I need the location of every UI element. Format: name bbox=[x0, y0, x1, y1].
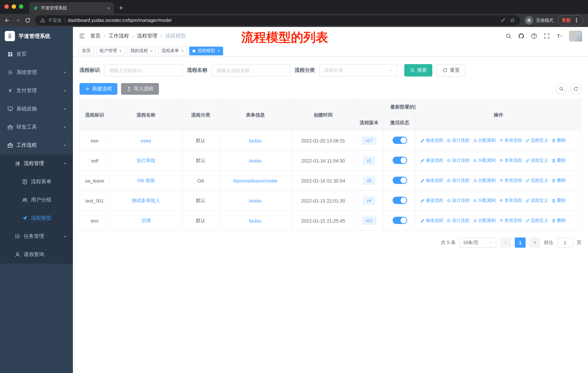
form-info-link[interactable]: biubiu bbox=[249, 138, 262, 143]
sidebar-item-workflow[interactable]: 工作流程 bbox=[0, 136, 73, 154]
design-process-link[interactable]: 设计流程 bbox=[447, 198, 470, 204]
delete-process-link[interactable]: 删除 bbox=[552, 218, 566, 224]
page-size-select[interactable]: 10条/页 bbox=[459, 238, 496, 248]
sidebar-item-home[interactable]: 首页 bbox=[0, 45, 73, 63]
help-icon[interactable] bbox=[531, 33, 537, 39]
fullscreen-icon[interactable] bbox=[544, 33, 550, 39]
sidebar-item-process-model[interactable]: 流程模型 bbox=[0, 209, 73, 227]
zoom-window-button[interactable] bbox=[19, 4, 23, 9]
sidebar-collapse-icon[interactable] bbox=[79, 33, 85, 39]
close-window-button[interactable] bbox=[4, 4, 9, 9]
view-tag[interactable]: 流程表单× bbox=[158, 46, 187, 55]
tag-close-icon[interactable]: × bbox=[150, 49, 153, 53]
process-name-link[interactable]: 滔博 bbox=[141, 218, 151, 223]
process-name-link[interactable]: 测试多审批人 bbox=[132, 198, 160, 203]
design-process-link[interactable]: 设计流程 bbox=[447, 158, 470, 164]
publish-process-link[interactable]: 发布流程 bbox=[499, 218, 522, 224]
sidebar-item-payment-management[interactable]: 支付管理 bbox=[0, 81, 73, 100]
modify-process-link[interactable]: 修改流程 bbox=[420, 178, 443, 184]
page-1-button[interactable]: 1 bbox=[515, 238, 526, 248]
avatar[interactable] bbox=[569, 30, 582, 41]
sidebar-item-process-form[interactable]: 流程表单 bbox=[0, 173, 73, 191]
password-key-icon[interactable] bbox=[501, 18, 506, 23]
sidebar-item-dev-tools[interactable]: 研发工具 bbox=[0, 118, 73, 136]
new-tab-button[interactable]: + bbox=[116, 3, 126, 13]
address-bar[interactable]: 不安全 dashboard.yudao.iocoder.cn/bpm/manag… bbox=[35, 15, 520, 26]
process-name-link[interactable]: 自己审批 bbox=[136, 158, 156, 163]
import-process-button[interactable]: 导入流程 bbox=[121, 83, 159, 95]
form-info-link[interactable]: biubiu bbox=[249, 158, 262, 163]
browser-menu-icon[interactable]: ⋮ bbox=[574, 17, 580, 24]
reload-icon[interactable] bbox=[25, 18, 31, 23]
breadcrumb-item[interactable]: 工作流程 bbox=[109, 33, 129, 39]
definition-process-link[interactable]: 流程定义 bbox=[525, 198, 548, 204]
active-toggle[interactable] bbox=[392, 217, 407, 224]
view-tag[interactable]: 首页 bbox=[79, 46, 94, 55]
reset-button[interactable]: 重置 bbox=[437, 64, 465, 77]
modify-process-link[interactable]: 修改流程 bbox=[420, 218, 443, 224]
design-process-link[interactable]: 设计流程 bbox=[447, 218, 470, 224]
process-name-link[interactable]: eeee bbox=[141, 138, 151, 143]
forward-icon[interactable] bbox=[15, 18, 21, 23]
next-page-button[interactable] bbox=[529, 238, 540, 248]
process-name-link[interactable]: OA 请假 bbox=[137, 178, 155, 183]
refresh-table-button[interactable] bbox=[570, 83, 581, 94]
publish-process-link[interactable]: 发布流程 bbox=[499, 178, 522, 184]
prev-page-button[interactable] bbox=[500, 238, 511, 248]
definition-process-link[interactable]: 流程定义 bbox=[525, 158, 548, 164]
tab-close-icon[interactable]: × bbox=[107, 5, 110, 10]
tag-close-icon[interactable]: × bbox=[181, 49, 184, 53]
sidebar-item-task-management[interactable]: 任务管理 bbox=[0, 227, 73, 245]
bookmark-star-icon[interactable] bbox=[510, 18, 515, 23]
search-icon[interactable] bbox=[505, 33, 512, 39]
assign-process-link[interactable]: 分配规则 bbox=[473, 158, 496, 164]
view-tag[interactable]: 流程模型× bbox=[189, 46, 223, 55]
delete-process-link[interactable]: 删除 bbox=[552, 198, 566, 204]
design-process-link[interactable]: 设计流程 bbox=[447, 138, 470, 144]
process-category-select[interactable]: 流程分类 bbox=[319, 64, 398, 77]
sidebar-item-system-management[interactable]: 系统管理 bbox=[0, 63, 73, 81]
form-info-link[interactable]: biubiu bbox=[249, 218, 262, 223]
security-warning-icon[interactable] bbox=[40, 18, 45, 23]
assign-process-link[interactable]: 分配规则 bbox=[473, 198, 496, 204]
assign-process-link[interactable]: 分配规则 bbox=[473, 138, 496, 144]
toggle-search-button[interactable] bbox=[556, 83, 567, 94]
delete-process-link[interactable]: 删除 bbox=[552, 138, 566, 144]
process-name-input[interactable] bbox=[212, 64, 290, 77]
sidebar-item-user-group[interactable]: 用户分组 bbox=[0, 191, 73, 209]
assign-process-link[interactable]: 分配规则 bbox=[473, 178, 496, 184]
publish-process-link[interactable]: 发布流程 bbox=[499, 158, 522, 164]
sidebar-item-leave-query[interactable]: 请假查询 bbox=[0, 245, 73, 264]
definition-process-link[interactable]: 流程定义 bbox=[525, 218, 548, 224]
publish-process-link[interactable]: 发布流程 bbox=[499, 198, 522, 204]
active-toggle[interactable] bbox=[392, 176, 407, 184]
active-toggle[interactable] bbox=[392, 156, 407, 164]
font-size-icon[interactable] bbox=[556, 33, 563, 39]
browser-tab[interactable]: 芋道管理系统 × bbox=[29, 2, 114, 14]
create-process-button[interactable]: 新建流程 bbox=[79, 83, 117, 95]
goto-page-input[interactable] bbox=[557, 238, 573, 248]
active-toggle[interactable] bbox=[392, 136, 407, 144]
github-icon[interactable] bbox=[518, 33, 525, 39]
modify-process-link[interactable]: 修改流程 bbox=[420, 198, 443, 204]
tag-close-icon[interactable]: × bbox=[119, 49, 122, 53]
back-icon[interactable] bbox=[4, 18, 10, 23]
modify-process-link[interactable]: 修改流程 bbox=[420, 138, 443, 144]
design-process-link[interactable]: 设计流程 bbox=[447, 178, 470, 184]
delete-process-link[interactable]: 删除 bbox=[552, 158, 566, 164]
sidebar-item-process-management[interactable]: 流程管理 bbox=[0, 154, 73, 173]
breadcrumb-item[interactable]: 流程管理 bbox=[137, 33, 158, 39]
definition-process-link[interactable]: 流程定义 bbox=[525, 178, 548, 184]
form-info-link[interactable]: /bpm/oa/leave/create bbox=[233, 178, 278, 183]
assign-process-link[interactable]: 分配规则 bbox=[473, 218, 496, 224]
minimize-window-button[interactable] bbox=[12, 4, 16, 9]
active-toggle[interactable] bbox=[392, 197, 407, 204]
process-key-input[interactable] bbox=[104, 64, 183, 77]
view-tag[interactable]: 租户管理× bbox=[96, 46, 125, 55]
view-tag[interactable]: 我的流程× bbox=[127, 46, 156, 55]
modify-process-link[interactable]: 修改流程 bbox=[420, 158, 443, 164]
definition-process-link[interactable]: 流程定义 bbox=[525, 138, 548, 144]
update-button[interactable]: 更新 ⋮ bbox=[558, 15, 584, 26]
breadcrumb-item[interactable]: 首页 bbox=[90, 33, 101, 39]
search-button[interactable]: 搜索 bbox=[404, 64, 432, 77]
